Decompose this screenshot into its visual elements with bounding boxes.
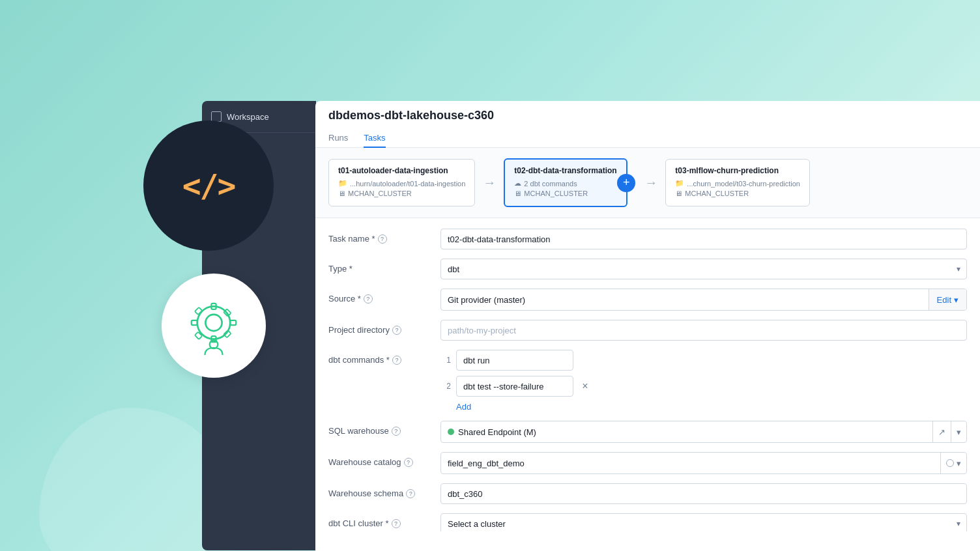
type-select[interactable]: dbt [440, 259, 967, 279]
gear-icon [184, 296, 243, 355]
warehouse-schema-row: Warehouse schema ? [328, 483, 967, 504]
warehouse-catalog-help-icon[interactable]: ? [404, 458, 413, 467]
task-name-row: Task name * ? [328, 229, 967, 249]
warehouse-catalog-row: Warehouse catalog ? field_eng_dbt_demo ▾ [328, 452, 967, 474]
warehouse-field-wrapper: Shared Endpoint (M) ↗ ▾ [440, 421, 967, 443]
cluster-icon-t02: 🖥 [514, 190, 521, 197]
tab-runs[interactable]: Runs [328, 129, 348, 148]
warehouse-schema-help-icon[interactable]: ? [406, 489, 415, 498]
task-name-field [440, 229, 967, 249]
catalog-chevron[interactable]: ▾ [940, 453, 966, 473]
workspace-label: Workspace [227, 112, 269, 122]
folder-icon-t03: 📁 [675, 179, 684, 188]
warehouse-external-link[interactable]: ↗ [933, 421, 951, 442]
sql-warehouse-label: SQL warehouse ? [328, 421, 433, 436]
warehouse-name: Shared Endpoint (M) [458, 427, 536, 437]
source-field-text: Git provider (master) [441, 289, 929, 310]
task-flow: t01-autoloader-data-ingestion 📁 ...hurn/… [315, 148, 980, 218]
warehouse-schema-input[interactable] [440, 483, 967, 504]
status-dot [448, 429, 454, 435]
task-node-t02[interactable]: t02-dbt-data-transformation ☁ 2 dbt comm… [504, 158, 627, 207]
project-dir-help-icon[interactable]: ? [392, 326, 401, 335]
chevron-icon: ▾ [954, 295, 958, 305]
panel-title: dbdemos-dbt-lakehouse-c360 [328, 109, 967, 122]
warehouse-schema-label: Warehouse schema ? [328, 483, 433, 498]
dbt-cli-cluster-row: dbt CLI cluster * ? Select a cluster ℹ J… [328, 513, 967, 531]
add-command-link[interactable]: Add [456, 402, 967, 412]
source-label: Source * ? [328, 289, 433, 304]
gear-circle-decoration [162, 274, 266, 378]
sidebar-workspace-item[interactable]: Workspace [211, 111, 307, 122]
code-icon: </> [182, 167, 235, 204]
task-node-t02-title: t02-dbt-data-transformation [514, 166, 617, 175]
source-row: Source * ? Git provider (master) Edit ▾ [328, 289, 967, 311]
task-node-t03-cluster: 🖥 MCHAN_CLUSTER [675, 190, 800, 197]
project-dir-label: Project directory ? [328, 320, 433, 335]
source-field-wrapper: Git provider (master) Edit ▾ [440, 289, 967, 311]
task-node-t01[interactable]: t01-autoloader-data-ingestion 📁 ...hurn/… [328, 159, 475, 206]
line-number-1: 1 [440, 356, 451, 365]
source-edit-button[interactable]: Edit ▾ [929, 289, 966, 310]
warehouse-catalog-label: Warehouse catalog ? [328, 452, 433, 467]
chevron-down-icon: ▾ [957, 459, 961, 468]
dbt-commands-help-icon[interactable]: ? [392, 356, 401, 365]
form-content: Task name * ? Type * dbt So [315, 218, 980, 531]
project-dir-input[interactable] [440, 320, 967, 341]
dbt-command-1-input[interactable] [456, 350, 573, 371]
project-dir-row: Project directory ? [328, 320, 967, 341]
circle-icon [946, 459, 954, 467]
cluster-select-wrapper: Select a cluster [440, 513, 967, 531]
type-label: Type * [328, 259, 433, 274]
folder-icon: 📁 [338, 179, 347, 188]
sql-warehouse-help-icon[interactable]: ? [392, 427, 401, 436]
code-circle-decoration: </> [143, 120, 274, 251]
type-row: Type * dbt [328, 259, 967, 279]
arrow-1: → [483, 175, 496, 190]
sql-warehouse-field: Shared Endpoint (M) ↗ ▾ [440, 421, 967, 443]
cloud-icon: ☁ [514, 179, 521, 188]
cluster-icon-t03: 🖥 [675, 190, 682, 197]
catalog-field-wrapper: field_eng_dbt_demo ▾ [440, 452, 967, 474]
task-node-t02-sub: ☁ 2 dbt commands [514, 179, 617, 188]
panel-header: dbdemos-dbt-lakehouse-c360 Runs Tasks [315, 101, 980, 148]
warehouse-catalog-field: field_eng_dbt_demo ▾ [440, 452, 967, 474]
svg-rect-5 [230, 320, 236, 325]
dbt-cli-cluster-label: dbt CLI cluster * ? [328, 513, 433, 528]
task-name-help-icon[interactable]: ? [378, 234, 387, 244]
dbt-command-1: 1 [440, 350, 967, 371]
type-select-wrapper: dbt [440, 259, 967, 279]
task-node-t01-cluster: 🖥 MCHAN_CLUSTER [338, 190, 465, 197]
warehouse-actions: ↗ ▾ [932, 421, 966, 442]
dbt-commands-field: 1 2 × Add [440, 350, 967, 412]
type-field: dbt [440, 259, 967, 279]
warehouse-schema-field [440, 483, 967, 504]
warehouse-field-inner: Shared Endpoint (M) [441, 421, 932, 442]
task-name-input[interactable] [440, 229, 967, 249]
cluster-icon-t01: 🖥 [338, 190, 345, 197]
line-number-2: 2 [440, 382, 451, 391]
source-help-icon[interactable]: ? [364, 294, 373, 304]
remove-command-2-button[interactable]: × [579, 380, 592, 393]
cluster-select[interactable]: Select a cluster [440, 513, 967, 531]
source-field: Git provider (master) Edit ▾ [440, 289, 967, 311]
arrow-2: → [644, 175, 657, 190]
task-node-t03-title: t03-mlflow-churn-prediction [675, 166, 800, 175]
dbt-command-2: 2 × [440, 376, 967, 397]
task-node-t03[interactable]: t03-mlflow-churn-prediction 📁 ...churn_m… [665, 159, 810, 206]
catalog-field-text: field_eng_dbt_demo [441, 453, 940, 473]
sql-warehouse-row: SQL warehouse ? Shared Endpoint (M) ↗ ▾ [328, 421, 967, 443]
dbt-commands-label: dbt commands * ? [328, 350, 433, 365]
dbt-commands-row: dbt commands * ? 1 2 × Add [328, 350, 967, 412]
svg-point-1 [205, 315, 222, 331]
task-name-label: Task name * ? [328, 229, 433, 244]
task-node-t01-sub: 📁 ...hurn/autoloader/t01-data-ingestion [338, 179, 465, 188]
warehouse-chevron[interactable]: ▾ [951, 421, 966, 442]
tab-tasks[interactable]: Tasks [364, 129, 385, 148]
task-node-t01-title: t01-autoloader-data-ingestion [338, 166, 465, 175]
dbt-cli-cluster-help-icon[interactable]: ? [392, 519, 401, 528]
main-panel: dbdemos-dbt-lakehouse-c360 Runs Tasks t0… [315, 101, 980, 551]
add-task-button[interactable]: + [617, 174, 635, 192]
tab-bar: Runs Tasks [328, 129, 967, 147]
dbt-command-2-input[interactable] [456, 376, 573, 397]
svg-rect-9 [223, 330, 231, 337]
